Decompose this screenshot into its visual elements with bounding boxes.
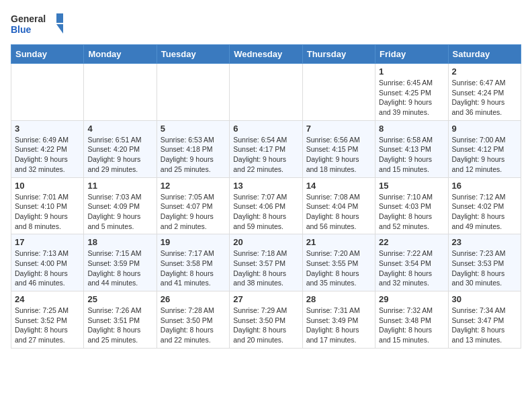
day-cell (230, 64, 302, 121)
day-cell: 21Sunrise: 7:20 AM Sunset: 3:55 PM Dayli… (302, 234, 375, 291)
day-info: Sunrise: 7:00 AM Sunset: 4:12 PM Dayligh… (452, 135, 517, 175)
day-cell (84, 64, 157, 121)
day-number: 13 (233, 181, 298, 191)
day-number: 22 (379, 237, 444, 247)
day-info: Sunrise: 7:20 AM Sunset: 3:55 PM Dayligh… (306, 248, 371, 288)
day-info: Sunrise: 6:45 AM Sunset: 4:25 PM Dayligh… (379, 78, 444, 118)
day-cell: 12Sunrise: 7:05 AM Sunset: 4:07 PM Dayli… (157, 177, 229, 234)
day-cell: 11Sunrise: 7:03 AM Sunset: 4:09 PM Dayli… (84, 177, 157, 234)
day-info: Sunrise: 7:12 AM Sunset: 4:02 PM Dayligh… (452, 192, 517, 232)
day-number: 2 (452, 66, 517, 77)
day-number: 9 (452, 124, 517, 134)
day-info: Sunrise: 7:13 AM Sunset: 4:00 PM Dayligh… (15, 248, 80, 288)
day-info: Sunrise: 6:51 AM Sunset: 4:20 PM Dayligh… (87, 135, 152, 175)
day-info: Sunrise: 7:31 AM Sunset: 3:49 PM Dayligh… (306, 306, 371, 345)
day-number: 10 (15, 181, 80, 191)
day-info: Sunrise: 7:07 AM Sunset: 4:06 PM Dayligh… (233, 192, 298, 232)
day-info: Sunrise: 7:23 AM Sunset: 3:53 PM Dayligh… (452, 248, 517, 288)
day-info: Sunrise: 7:01 AM Sunset: 4:10 PM Dayligh… (15, 192, 80, 232)
day-info: Sunrise: 7:28 AM Sunset: 3:50 PM Dayligh… (161, 306, 226, 345)
day-cell: 15Sunrise: 7:10 AM Sunset: 4:03 PM Dayli… (375, 177, 448, 234)
day-cell: 29Sunrise: 7:32 AM Sunset: 3:48 PM Dayli… (375, 291, 448, 349)
week-row-0: 1Sunrise: 6:45 AM Sunset: 4:25 PM Daylig… (11, 64, 521, 121)
day-number: 4 (87, 124, 152, 134)
day-info: Sunrise: 6:47 AM Sunset: 4:24 PM Dayligh… (452, 78, 517, 118)
week-row-2: 10Sunrise: 7:01 AM Sunset: 4:10 PM Dayli… (11, 177, 521, 234)
day-info: Sunrise: 7:25 AM Sunset: 3:52 PM Dayligh… (15, 306, 80, 345)
day-info: Sunrise: 6:56 AM Sunset: 4:15 PM Dayligh… (306, 135, 371, 175)
day-cell: 7Sunrise: 6:56 AM Sunset: 4:15 PM Daylig… (302, 120, 375, 177)
col-header-wednesday: Wednesday (230, 45, 302, 64)
col-header-saturday: Saturday (448, 45, 521, 64)
day-cell: 2Sunrise: 6:47 AM Sunset: 4:24 PM Daylig… (448, 64, 521, 121)
day-info: Sunrise: 7:22 AM Sunset: 3:54 PM Dayligh… (379, 248, 444, 288)
day-cell: 10Sunrise: 7:01 AM Sunset: 4:10 PM Dayli… (11, 177, 84, 234)
day-cell: 5Sunrise: 6:53 AM Sunset: 4:18 PM Daylig… (157, 120, 229, 177)
day-info: Sunrise: 7:15 AM Sunset: 3:59 PM Dayligh… (87, 248, 152, 288)
calendar-header-row: SundayMondayTuesdayWednesdayThursdayFrid… (11, 45, 521, 64)
day-info: Sunrise: 7:34 AM Sunset: 3:47 PM Dayligh… (452, 306, 517, 345)
day-number: 3 (15, 124, 80, 134)
day-number: 26 (161, 294, 226, 304)
day-info: Sunrise: 7:08 AM Sunset: 4:04 PM Dayligh… (306, 192, 371, 232)
day-cell: 4Sunrise: 6:51 AM Sunset: 4:20 PM Daylig… (84, 120, 157, 177)
day-cell (157, 64, 229, 121)
day-number: 28 (306, 294, 371, 304)
svg-marker-2 (56, 13, 63, 23)
day-cell: 25Sunrise: 7:26 AM Sunset: 3:51 PM Dayli… (84, 291, 157, 349)
day-cell: 1Sunrise: 6:45 AM Sunset: 4:25 PM Daylig… (375, 64, 448, 121)
col-header-thursday: Thursday (302, 45, 375, 64)
day-cell: 26Sunrise: 7:28 AM Sunset: 3:50 PM Dayli… (157, 291, 229, 349)
day-cell: 8Sunrise: 6:58 AM Sunset: 4:13 PM Daylig… (375, 120, 448, 177)
day-cell (11, 64, 84, 121)
day-number: 12 (161, 181, 226, 191)
day-number: 8 (379, 124, 444, 134)
day-number: 14 (306, 181, 371, 191)
day-cell: 3Sunrise: 6:49 AM Sunset: 4:22 PM Daylig… (11, 120, 84, 177)
week-row-3: 17Sunrise: 7:13 AM Sunset: 4:00 PM Dayli… (11, 234, 521, 291)
logo: General Blue (11, 11, 64, 38)
col-header-tuesday: Tuesday (157, 45, 229, 64)
day-number: 24 (15, 294, 80, 304)
week-row-4: 24Sunrise: 7:25 AM Sunset: 3:52 PM Dayli… (11, 291, 521, 349)
day-cell: 23Sunrise: 7:23 AM Sunset: 3:53 PM Dayli… (448, 234, 521, 291)
day-number: 5 (161, 124, 226, 134)
day-number: 23 (452, 237, 517, 247)
day-info: Sunrise: 7:17 AM Sunset: 3:58 PM Dayligh… (161, 248, 226, 288)
day-info: Sunrise: 7:18 AM Sunset: 3:57 PM Dayligh… (233, 248, 298, 288)
day-info: Sunrise: 7:10 AM Sunset: 4:03 PM Dayligh… (379, 192, 444, 232)
day-cell: 9Sunrise: 7:00 AM Sunset: 4:12 PM Daylig… (448, 120, 521, 177)
day-info: Sunrise: 6:49 AM Sunset: 4:22 PM Dayligh… (15, 135, 80, 175)
day-cell: 16Sunrise: 7:12 AM Sunset: 4:02 PM Dayli… (448, 177, 521, 234)
day-info: Sunrise: 7:05 AM Sunset: 4:07 PM Dayligh… (161, 192, 226, 232)
day-number: 27 (233, 294, 298, 304)
day-number: 16 (452, 181, 517, 191)
day-info: Sunrise: 6:58 AM Sunset: 4:13 PM Dayligh… (379, 135, 444, 175)
day-cell: 28Sunrise: 7:31 AM Sunset: 3:49 PM Dayli… (302, 291, 375, 349)
svg-marker-3 (56, 24, 63, 34)
day-cell: 13Sunrise: 7:07 AM Sunset: 4:06 PM Dayli… (230, 177, 302, 234)
day-cell (302, 64, 375, 121)
day-number: 29 (379, 294, 444, 304)
day-number: 19 (161, 237, 226, 247)
logo-icon: General Blue (11, 11, 64, 38)
svg-text:General: General (11, 13, 46, 24)
day-number: 18 (87, 237, 152, 247)
day-info: Sunrise: 6:54 AM Sunset: 4:17 PM Dayligh… (233, 135, 298, 175)
day-cell: 22Sunrise: 7:22 AM Sunset: 3:54 PM Dayli… (375, 234, 448, 291)
page-header: General Blue (11, 11, 521, 38)
day-cell: 14Sunrise: 7:08 AM Sunset: 4:04 PM Dayli… (302, 177, 375, 234)
day-info: Sunrise: 7:03 AM Sunset: 4:09 PM Dayligh… (87, 192, 152, 232)
day-cell: 17Sunrise: 7:13 AM Sunset: 4:00 PM Dayli… (11, 234, 84, 291)
day-number: 25 (87, 294, 152, 304)
day-number: 30 (452, 294, 517, 304)
day-number: 15 (379, 181, 444, 191)
calendar-table: SundayMondayTuesdayWednesdayThursdayFrid… (11, 44, 521, 349)
day-cell: 6Sunrise: 6:54 AM Sunset: 4:17 PM Daylig… (230, 120, 302, 177)
col-header-monday: Monday (84, 45, 157, 64)
day-number: 7 (306, 124, 371, 134)
day-number: 21 (306, 237, 371, 247)
day-number: 1 (379, 66, 444, 77)
day-info: Sunrise: 7:26 AM Sunset: 3:51 PM Dayligh… (87, 306, 152, 345)
day-cell: 24Sunrise: 7:25 AM Sunset: 3:52 PM Dayli… (11, 291, 84, 349)
